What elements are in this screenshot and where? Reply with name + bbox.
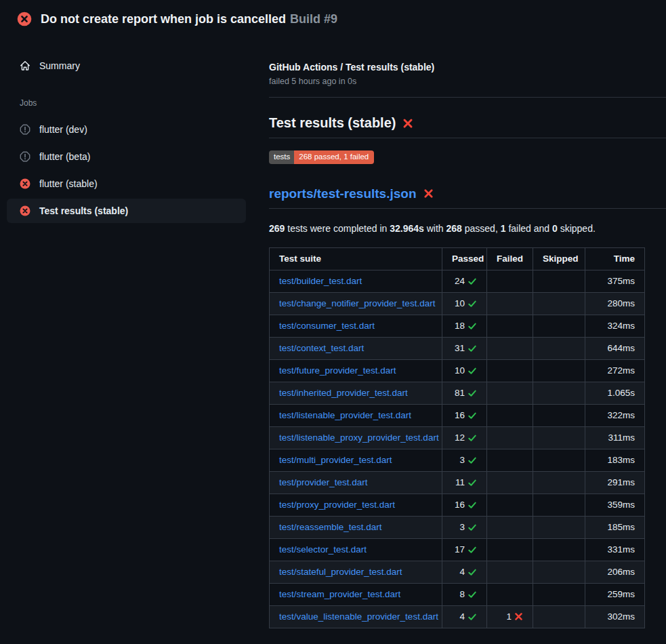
test-suite-link[interactable]: test/stateful_provider_test.dart xyxy=(279,567,402,577)
check-icon xyxy=(467,500,477,510)
check-icon xyxy=(467,299,477,308)
table-row: test/builder_test.dart24 375ms xyxy=(270,270,645,292)
failed-circle-icon xyxy=(17,12,32,26)
column-header: Failed xyxy=(487,247,533,270)
cell-time: 272ms xyxy=(585,359,645,382)
cell-time: 359ms xyxy=(585,494,645,516)
test-suite-link[interactable]: test/inherited_provider_test.dart xyxy=(279,388,408,398)
cell-passed: 31 xyxy=(442,337,487,359)
cell-test-suite: test/future_provider_test.dart xyxy=(270,359,442,382)
cell-skipped xyxy=(533,270,585,292)
home-icon xyxy=(20,60,30,71)
cell-passed: 18 xyxy=(442,315,487,337)
sidebar-item-job[interactable]: flutter (beta) xyxy=(7,144,246,169)
count-value: 31 xyxy=(455,343,465,353)
check-icon xyxy=(467,567,477,577)
cell-time: 324ms xyxy=(585,315,645,337)
test-suite-link[interactable]: test/proxy_provider_test.dart xyxy=(279,500,395,510)
cell-test-suite: test/value_listenable_provider_test.dart xyxy=(270,605,442,628)
check-icon xyxy=(467,545,477,555)
table-row: test/inherited_provider_test.dart81 1.06… xyxy=(270,382,645,404)
test-suite-link[interactable]: test/value_listenable_provider_test.dart xyxy=(279,611,438,622)
column-header: Passed xyxy=(442,247,487,270)
cell-skipped xyxy=(533,561,585,583)
count-value: 3 xyxy=(459,522,465,532)
cell-test-suite: test/builder_test.dart xyxy=(270,270,442,292)
run-header: Do not create report when job is cancell… xyxy=(0,0,666,36)
check-icon xyxy=(467,590,477,599)
cell-test-suite: test/multi_provider_test.dart xyxy=(270,449,442,471)
run-title: Do not create report when job is cancell… xyxy=(41,12,286,26)
run-meta: failed 5 hours ago in 0s xyxy=(269,77,666,86)
count-value: 81 xyxy=(455,388,465,398)
test-suite-link[interactable]: test/context_test.dart xyxy=(279,343,364,353)
cell-passed: 4 xyxy=(442,605,487,628)
column-header: Time xyxy=(585,247,645,270)
test-suite-link[interactable]: test/change_notifier_provider_test.dart xyxy=(279,298,435,308)
report-file-link[interactable]: reports/test-results.json xyxy=(269,186,417,201)
count-value: 16 xyxy=(455,500,465,510)
cell-passed: 24 xyxy=(442,270,487,292)
count-value: 1 xyxy=(506,611,512,622)
sidebar-item-job[interactable]: flutter (dev) xyxy=(7,117,246,142)
sidebar-item-job[interactable]: Test results (stable) xyxy=(7,199,246,223)
table-row: test/stateful_provider_test.dart4 206ms xyxy=(270,561,645,583)
table-row: test/listenable_provider_test.dart16 322… xyxy=(270,404,645,426)
cell-test-suite: test/inherited_provider_test.dart xyxy=(270,382,442,404)
jobs-list: flutter (dev) flutter (beta) flutter (st… xyxy=(7,117,246,223)
cell-passed: 12 xyxy=(442,426,487,449)
tests-badge: tests 268 passed, 1 failed xyxy=(269,150,374,164)
column-header: Test suite xyxy=(270,247,442,270)
table-row: test/value_listenable_provider_test.dart… xyxy=(270,605,645,628)
cell-passed: 8 xyxy=(442,583,487,605)
sidebar-item-label: Test results (stable) xyxy=(39,205,128,216)
cell-test-suite: test/stream_provider_test.dart xyxy=(270,583,442,605)
test-suite-link[interactable]: test/consumer_test.dart xyxy=(279,321,375,331)
sidebar-item-summary[interactable]: Summary xyxy=(7,54,246,78)
cell-passed: 17 xyxy=(442,538,487,561)
check-icon xyxy=(467,456,477,465)
cell-time: 259ms xyxy=(585,583,645,605)
check-icon xyxy=(467,366,477,376)
failed-circle-icon xyxy=(20,205,30,216)
cell-skipped xyxy=(533,516,585,538)
badge-value: 268 passed, 1 failed xyxy=(294,150,374,164)
cell-passed: 4 xyxy=(442,561,487,583)
test-suite-link[interactable]: test/selector_test.dart xyxy=(279,544,367,555)
cell-test-suite: test/listenable_proxy_provider_test.dart xyxy=(270,426,442,449)
test-suite-link[interactable]: test/provider_test.dart xyxy=(279,477,368,487)
cell-failed xyxy=(487,404,533,426)
cell-failed xyxy=(487,337,533,359)
cell-passed: 16 xyxy=(442,404,487,426)
count-value: 24 xyxy=(455,276,465,286)
cancelled-icon xyxy=(20,124,30,135)
test-suite-link[interactable]: test/listenable_provider_test.dart xyxy=(279,410,411,420)
test-suite-link[interactable]: test/builder_test.dart xyxy=(279,276,362,286)
cell-passed: 11 xyxy=(442,471,487,494)
count-value: 3 xyxy=(459,455,465,465)
sidebar-item-job[interactable]: flutter (stable) xyxy=(7,172,246,196)
cell-passed: 3 xyxy=(442,516,487,538)
cell-skipped xyxy=(533,292,585,315)
count-value: 12 xyxy=(455,432,465,443)
failed-cross-icon xyxy=(423,188,434,199)
check-icon xyxy=(467,478,477,487)
check-icon xyxy=(467,388,477,398)
breadcrumb: GitHub Actions / Test results (stable) xyxy=(269,62,666,73)
page-layout: Summary Jobs flutter (dev) flutter (beta… xyxy=(0,36,666,628)
table-row: test/selector_test.dart17 331ms xyxy=(270,538,645,561)
test-suite-link[interactable]: test/future_provider_test.dart xyxy=(279,365,396,376)
summary-segment: 32.964s xyxy=(390,223,424,234)
table-row: test/listenable_proxy_provider_test.dart… xyxy=(270,426,645,449)
cross-icon xyxy=(514,612,523,621)
sidebar: Summary Jobs flutter (dev) flutter (beta… xyxy=(0,36,253,223)
cell-skipped xyxy=(533,538,585,561)
test-suite-link[interactable]: test/reassemble_test.dart xyxy=(279,522,382,532)
test-suite-link[interactable]: test/stream_provider_test.dart xyxy=(279,589,400,599)
test-suite-link[interactable]: test/listenable_proxy_provider_test.dart xyxy=(279,432,439,443)
cell-failed xyxy=(487,292,533,315)
cell-time: 302ms xyxy=(585,605,645,628)
count-value: 10 xyxy=(455,365,465,376)
test-suite-link[interactable]: test/multi_provider_test.dart xyxy=(279,455,392,465)
column-header: Skipped xyxy=(533,247,585,270)
